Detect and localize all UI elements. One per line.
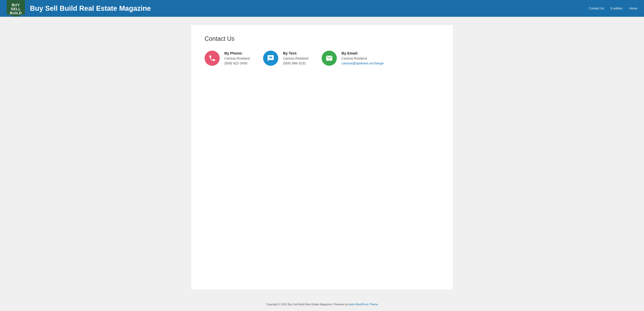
phone-icon-circle [204,51,220,66]
main-nav: Contact Us E-edition Home [589,7,637,10]
contact-grid: By Phone: Carissa Rowland (509) 922-3456… [204,51,440,66]
phone-name: Carissa Rowland [224,56,250,60]
email-icon [326,54,333,62]
email-address[interactable]: carissa@spokane.exchange [342,62,384,65]
site-logo[interactable]: BUY SELL BUILD [7,0,25,17]
text-icon-circle [263,51,278,66]
phone-number: (509) 922-3456 [224,62,250,65]
message-icon [267,54,274,62]
contact-text: By Text: Carissa Rowland (509) 998-3231 [263,51,308,66]
email-icon-circle [322,51,337,66]
footer-copyright: Copyright © 2022 Buy Sell Build Real Est… [266,303,348,306]
nav-e-edition[interactable]: E-edition [611,7,622,10]
site-footer: Copyright © 2022 Buy Sell Build Real Est… [0,298,644,311]
content-card: Contact Us By Phone: Carissa Rowland (50… [191,25,453,290]
email-info: By Email: Carissa Rowland carissa@spokan… [342,51,384,65]
email-name: Carissa Rowland [342,56,384,60]
email-label: By Email: [342,51,384,56]
phone-label: By Phone: [224,51,250,56]
site-header: BUY SELL BUILD Buy Sell Build Real Estat… [0,0,644,17]
site-title: Buy Sell Build Real Estate Magazine [30,4,589,12]
phone-info: By Phone: Carissa Rowland (509) 922-3456 [224,51,250,65]
footer-theme-link[interactable]: Astra WordPress Theme [348,303,378,306]
phone-icon [208,54,216,62]
page-title: Contact Us [204,35,440,42]
text-label: By Text: [283,51,308,56]
main-content: Contact Us By Phone: Carissa Rowland (50… [0,17,644,298]
text-info: By Text: Carissa Rowland (509) 998-3231 [283,51,308,65]
contact-phone: By Phone: Carissa Rowland (509) 922-3456 [204,51,250,66]
text-number: (509) 998-3231 [283,62,308,65]
text-name: Carissa Rowland [283,56,308,60]
nav-home[interactable]: Home [629,7,637,10]
nav-contact-us[interactable]: Contact Us [589,7,604,10]
contact-email: By Email: Carissa Rowland carissa@spokan… [322,51,384,66]
